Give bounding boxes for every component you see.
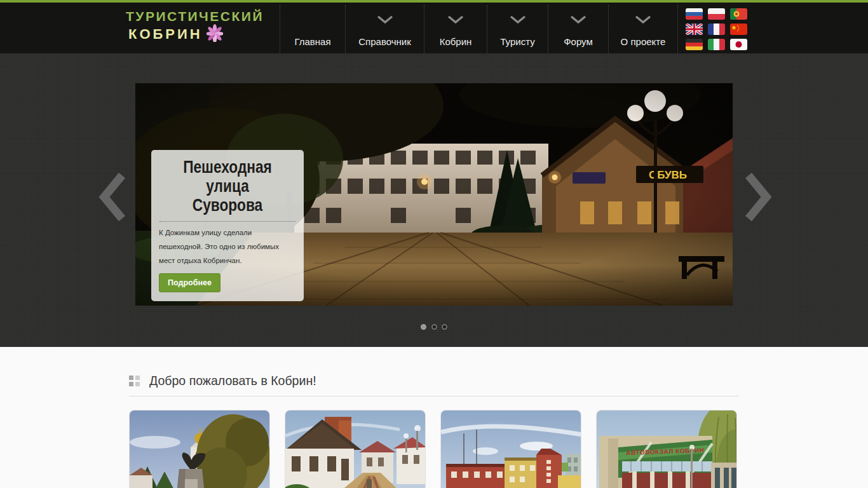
nav-item-tourist[interactable]: Туристу bbox=[487, 5, 548, 56]
slider-dot-1[interactable] bbox=[421, 324, 426, 330]
slider-dot-3[interactable] bbox=[442, 324, 447, 330]
more-button[interactable]: Подробнее bbox=[159, 273, 220, 292]
nav-label: Кобрин bbox=[424, 36, 487, 47]
gallery-card-bus-station[interactable]: АВТОВОКЗАЛ КОБРИН bbox=[596, 410, 737, 488]
photo-gallery: АВТОВОКЗАЛ КОБРИН bbox=[129, 410, 739, 488]
nav-item-forum[interactable]: Форум bbox=[548, 5, 608, 56]
nav-item-kobrin[interactable]: Кобрин bbox=[424, 5, 487, 56]
logo-line2: КОБРИН bbox=[128, 26, 203, 43]
language-switcher bbox=[677, 5, 760, 56]
nav-label: Форум bbox=[548, 36, 608, 47]
flag-uk-icon[interactable] bbox=[686, 24, 703, 35]
slider-dot-2[interactable] bbox=[431, 324, 437, 330]
hero-slider: ОБУВЬ bbox=[0, 53, 868, 347]
flag-portugal-icon[interactable] bbox=[730, 8, 747, 20]
squares-icon bbox=[129, 376, 140, 386]
flag-italy-icon[interactable] bbox=[708, 39, 725, 50]
header: ТУРИСТИЧЕСКИЙ КОБРИН bbox=[0, 0, 868, 53]
flower-icon bbox=[207, 24, 223, 44]
flag-china-icon[interactable] bbox=[730, 24, 747, 35]
flag-japan-icon[interactable] bbox=[730, 39, 747, 50]
logo-line1: ТУРИСТИЧЕСКИЙ bbox=[126, 9, 264, 24]
flag-germany-icon[interactable] bbox=[686, 39, 703, 50]
welcome-heading: Добро пожаловать в Кобрин! bbox=[149, 373, 316, 388]
dotted-divider bbox=[159, 221, 295, 222]
nav-item-home[interactable]: Главная bbox=[280, 5, 345, 56]
slider-dots bbox=[0, 321, 868, 332]
nav-label: Главная bbox=[280, 36, 345, 47]
slide-title: Пешеходная улица Суворова bbox=[170, 158, 285, 215]
site-logo[interactable]: ТУРИСТИЧЕСКИЙ КОБРИН bbox=[126, 9, 264, 44]
chevron-down-icon bbox=[377, 15, 393, 27]
slider-prev-button[interactable] bbox=[97, 172, 128, 222]
slide-caption: Пешеходная улица Суворова К Дожинкам ули… bbox=[151, 150, 304, 301]
welcome-section: Добро пожаловать в Кобрин! bbox=[0, 347, 868, 488]
slide-photo: ОБУВЬ bbox=[135, 83, 733, 306]
slider-next-button[interactable] bbox=[742, 172, 774, 222]
nav-label: Туристу bbox=[487, 36, 548, 47]
gallery-card-monument[interactable] bbox=[129, 410, 270, 488]
flag-russia-icon[interactable] bbox=[686, 8, 703, 20]
gallery-card-hotel[interactable] bbox=[440, 410, 581, 488]
nav-label: О проекте bbox=[609, 36, 677, 47]
chevron-down-icon bbox=[447, 15, 464, 27]
nav-item-directory[interactable]: Справочник bbox=[345, 5, 424, 56]
chevron-down-icon bbox=[510, 15, 526, 27]
flag-poland-icon[interactable] bbox=[708, 8, 725, 20]
nav-label: Справочник bbox=[346, 36, 424, 47]
chevron-down-icon bbox=[570, 15, 587, 27]
main-nav: Главная Справочник Кобрин Туристу Форум bbox=[280, 5, 677, 56]
gallery-card-street[interactable] bbox=[285, 410, 426, 488]
chevron-down-icon bbox=[635, 15, 651, 27]
nav-item-about[interactable]: О проекте bbox=[608, 5, 677, 56]
slide-description: К Дожинкам улицу сделали пешеходной. Это… bbox=[159, 226, 296, 268]
flag-france-icon[interactable] bbox=[708, 24, 725, 35]
